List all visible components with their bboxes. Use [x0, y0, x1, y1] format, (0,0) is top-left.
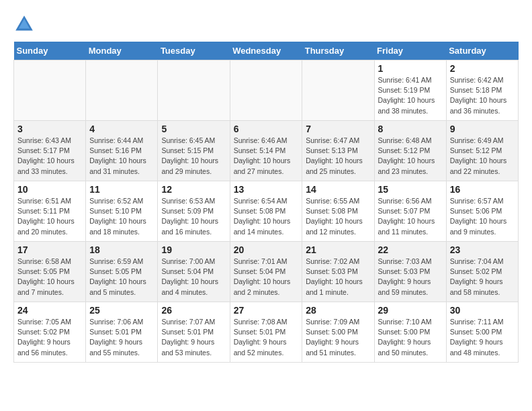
day-cell: 3Sunrise: 6:43 AM Sunset: 5:17 PM Daylig…: [14, 121, 86, 181]
day-number: 12: [161, 184, 226, 195]
day-number: 18: [89, 244, 154, 255]
day-info: Sunrise: 6:56 AM Sunset: 5:07 PM Dayligh…: [378, 196, 443, 237]
day-cell: [14, 60, 86, 121]
day-cell: 15Sunrise: 6:56 AM Sunset: 5:07 PM Dayli…: [374, 181, 446, 242]
week-row-1: 1Sunrise: 6:41 AM Sunset: 5:19 PM Daylig…: [14, 60, 519, 121]
day-cell: 10Sunrise: 6:51 AM Sunset: 5:11 PM Dayli…: [14, 181, 86, 242]
day-cell: 21Sunrise: 7:02 AM Sunset: 5:03 PM Dayli…: [302, 242, 374, 302]
day-info: Sunrise: 6:44 AM Sunset: 5:16 PM Dayligh…: [89, 136, 154, 177]
day-number: 23: [450, 244, 515, 255]
day-info: Sunrise: 7:09 AM Sunset: 5:00 PM Dayligh…: [306, 317, 370, 358]
weekday-header-monday: Monday: [86, 42, 158, 60]
day-info: Sunrise: 6:41 AM Sunset: 5:19 PM Dayligh…: [378, 75, 443, 116]
day-info: Sunrise: 6:51 AM Sunset: 5:11 PM Dayligh…: [17, 196, 82, 237]
day-number: 16: [450, 184, 515, 195]
day-number: 27: [234, 305, 299, 316]
day-number: 2: [450, 63, 515, 74]
day-number: 28: [306, 305, 370, 316]
day-info: Sunrise: 6:47 AM Sunset: 5:13 PM Dayligh…: [306, 136, 370, 177]
day-number: 1: [378, 63, 443, 74]
day-info: Sunrise: 6:43 AM Sunset: 5:17 PM Dayligh…: [17, 136, 82, 177]
day-info: Sunrise: 6:45 AM Sunset: 5:15 PM Dayligh…: [161, 136, 226, 177]
day-number: 6: [234, 124, 299, 134]
day-number: 26: [161, 305, 226, 316]
day-info: Sunrise: 7:04 AM Sunset: 5:02 PM Dayligh…: [450, 257, 515, 298]
logo: [13, 13, 38, 35]
day-cell: 7Sunrise: 6:47 AM Sunset: 5:13 PM Daylig…: [302, 121, 374, 181]
weekday-header-friday: Friday: [374, 42, 446, 60]
day-number: 14: [306, 184, 370, 195]
day-cell: 1Sunrise: 6:41 AM Sunset: 5:19 PM Daylig…: [374, 60, 446, 121]
day-number: 5: [161, 124, 226, 134]
day-cell: 4Sunrise: 6:44 AM Sunset: 5:16 PM Daylig…: [86, 121, 158, 181]
weekday-header-thursday: Thursday: [302, 42, 374, 60]
day-number: 24: [17, 305, 82, 316]
day-cell: 17Sunrise: 6:58 AM Sunset: 5:05 PM Dayli…: [14, 242, 86, 302]
day-info: Sunrise: 7:03 AM Sunset: 5:03 PM Dayligh…: [378, 257, 443, 298]
day-cell: 28Sunrise: 7:09 AM Sunset: 5:00 PM Dayli…: [302, 302, 374, 363]
day-info: Sunrise: 7:00 AM Sunset: 5:04 PM Dayligh…: [161, 257, 226, 298]
day-info: Sunrise: 6:48 AM Sunset: 5:12 PM Dayligh…: [378, 136, 443, 177]
day-cell: 24Sunrise: 7:05 AM Sunset: 5:02 PM Dayli…: [14, 302, 86, 363]
day-cell: 14Sunrise: 6:55 AM Sunset: 5:08 PM Dayli…: [302, 181, 374, 242]
day-cell: 13Sunrise: 6:54 AM Sunset: 5:08 PM Dayli…: [230, 181, 302, 242]
page-header: [13, 13, 519, 35]
day-info: Sunrise: 7:02 AM Sunset: 5:03 PM Dayligh…: [306, 257, 370, 298]
day-info: Sunrise: 6:49 AM Sunset: 5:12 PM Dayligh…: [450, 136, 515, 177]
calendar-table: SundayMondayTuesdayWednesdayThursdayFrid…: [13, 42, 519, 363]
day-number: 25: [89, 305, 154, 316]
day-cell: 5Sunrise: 6:45 AM Sunset: 5:15 PM Daylig…: [158, 121, 230, 181]
weekday-header-row: SundayMondayTuesdayWednesdayThursdayFrid…: [14, 42, 519, 60]
week-row-4: 17Sunrise: 6:58 AM Sunset: 5:05 PM Dayli…: [14, 242, 519, 302]
day-number: 22: [378, 244, 443, 255]
day-number: 11: [89, 184, 154, 195]
day-number: 3: [17, 124, 82, 134]
day-cell: 9Sunrise: 6:49 AM Sunset: 5:12 PM Daylig…: [446, 121, 518, 181]
day-cell: 19Sunrise: 7:00 AM Sunset: 5:04 PM Dayli…: [158, 242, 230, 302]
day-cell: 26Sunrise: 7:07 AM Sunset: 5:01 PM Dayli…: [158, 302, 230, 363]
day-info: Sunrise: 6:46 AM Sunset: 5:14 PM Dayligh…: [234, 136, 299, 177]
weekday-header-sunday: Sunday: [14, 42, 86, 60]
day-cell: 11Sunrise: 6:52 AM Sunset: 5:10 PM Dayli…: [86, 181, 158, 242]
day-info: Sunrise: 6:57 AM Sunset: 5:06 PM Dayligh…: [450, 196, 515, 237]
day-info: Sunrise: 6:53 AM Sunset: 5:09 PM Dayligh…: [161, 196, 226, 237]
week-row-3: 10Sunrise: 6:51 AM Sunset: 5:11 PM Dayli…: [14, 181, 519, 242]
day-cell: 22Sunrise: 7:03 AM Sunset: 5:03 PM Dayli…: [374, 242, 446, 302]
day-cell: 27Sunrise: 7:08 AM Sunset: 5:01 PM Dayli…: [230, 302, 302, 363]
day-info: Sunrise: 7:01 AM Sunset: 5:04 PM Dayligh…: [234, 257, 299, 298]
weekday-header-saturday: Saturday: [446, 42, 518, 60]
day-number: 17: [17, 244, 82, 255]
day-info: Sunrise: 6:58 AM Sunset: 5:05 PM Dayligh…: [17, 257, 82, 298]
day-cell: 20Sunrise: 7:01 AM Sunset: 5:04 PM Dayli…: [230, 242, 302, 302]
day-info: Sunrise: 6:52 AM Sunset: 5:10 PM Dayligh…: [89, 196, 154, 237]
day-cell: 2Sunrise: 6:42 AM Sunset: 5:18 PM Daylig…: [446, 60, 518, 121]
day-cell: 12Sunrise: 6:53 AM Sunset: 5:09 PM Dayli…: [158, 181, 230, 242]
day-info: Sunrise: 7:10 AM Sunset: 5:00 PM Dayligh…: [378, 317, 443, 358]
day-number: 21: [306, 244, 370, 255]
day-info: Sunrise: 6:42 AM Sunset: 5:18 PM Dayligh…: [450, 75, 515, 116]
day-cell: 29Sunrise: 7:10 AM Sunset: 5:00 PM Dayli…: [374, 302, 446, 363]
day-number: 29: [378, 305, 443, 316]
day-number: 10: [17, 184, 82, 195]
week-row-5: 24Sunrise: 7:05 AM Sunset: 5:02 PM Dayli…: [14, 302, 519, 363]
day-number: 9: [450, 124, 515, 134]
day-number: 8: [378, 124, 443, 134]
day-info: Sunrise: 7:07 AM Sunset: 5:01 PM Dayligh…: [161, 317, 226, 358]
logo-icon: [13, 13, 35, 35]
day-cell: 23Sunrise: 7:04 AM Sunset: 5:02 PM Dayli…: [446, 242, 518, 302]
day-number: 4: [89, 124, 154, 134]
day-cell: [302, 60, 374, 121]
day-info: Sunrise: 7:08 AM Sunset: 5:01 PM Dayligh…: [234, 317, 299, 358]
day-cell: 8Sunrise: 6:48 AM Sunset: 5:12 PM Daylig…: [374, 121, 446, 181]
day-number: 13: [234, 184, 299, 195]
day-cell: [230, 60, 302, 121]
week-row-2: 3Sunrise: 6:43 AM Sunset: 5:17 PM Daylig…: [14, 121, 519, 181]
day-number: 19: [161, 244, 226, 255]
day-cell: [86, 60, 158, 121]
weekday-header-tuesday: Tuesday: [158, 42, 230, 60]
day-info: Sunrise: 7:06 AM Sunset: 5:01 PM Dayligh…: [89, 317, 154, 358]
day-number: 7: [306, 124, 370, 134]
day-cell: 6Sunrise: 6:46 AM Sunset: 5:14 PM Daylig…: [230, 121, 302, 181]
day-cell: [158, 60, 230, 121]
day-number: 15: [378, 184, 443, 195]
